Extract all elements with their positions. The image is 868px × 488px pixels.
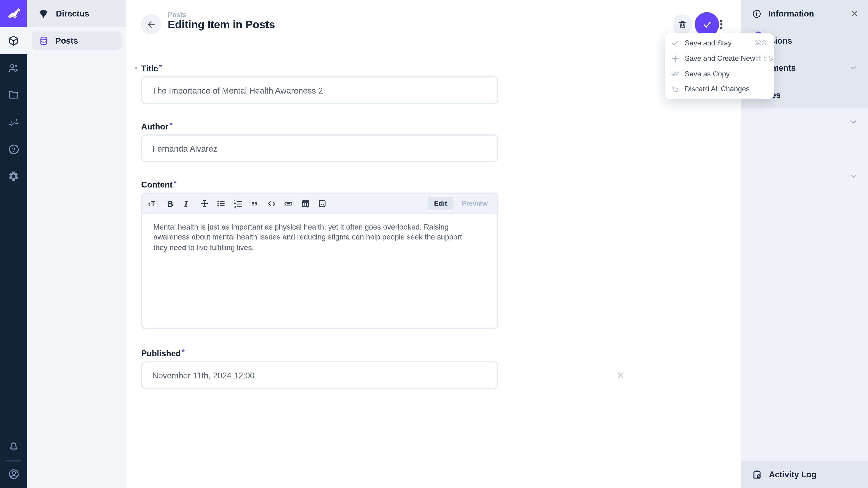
page-title: Editing Item in Posts [168,18,275,31]
clear-date-icon[interactable] [616,371,733,380]
directus-app: ? [0,0,868,488]
italic-icon[interactable]: I [182,198,192,208]
required-marker: * [169,121,172,129]
database-icon [39,36,49,46]
table-icon[interactable] [301,198,310,208]
project-bar[interactable]: Directus [27,0,126,27]
insights-icon [7,116,20,128]
svg-text:3: 3 [234,205,236,208]
back-button[interactable] [141,14,161,34]
module-user-directory[interactable] [0,54,27,81]
edited-indicator-dot [135,67,137,69]
content-textarea[interactable]: Mental health is just as important as ph… [142,214,497,253]
project-fan-icon [38,8,49,19]
svg-text:t: t [148,201,150,207]
trash-icon [678,20,688,29]
published-input[interactable] [141,361,498,389]
svg-text:T: T [151,200,155,207]
title-input[interactable] [141,76,498,104]
module-settings[interactable] [0,163,27,190]
nav-item-posts[interactable]: Posts [32,32,122,50]
module-content[interactable] [0,27,27,54]
author-field-label: Author* [141,121,172,131]
editor-tabs: Edit Preview [428,197,494,210]
bell-icon [8,441,19,453]
sidebar-title: Information [768,9,814,18]
required-marker: * [182,348,184,356]
save-button[interactable] [694,12,719,37]
folder-icon [8,89,19,101]
main-content: Posts Editing Item in Posts Title* Autho… [126,0,741,488]
close-sidebar-icon[interactable] [850,9,859,18]
required-marker: * [159,63,162,71]
link-icon[interactable] [283,198,293,208]
users-icon [7,62,20,74]
activity-log-button[interactable]: Activity Log [741,461,868,488]
menu-item-save-and-create-new[interactable]: Save and Create New ⌘⇧S [665,51,774,66]
check-icon [701,19,713,30]
editor-toolbar: tT B I 123 Edit Preview [142,194,497,214]
module-insights[interactable] [0,108,27,135]
gear-icon [8,170,19,182]
project-name: Directus [56,9,89,18]
cube-icon [8,35,19,46]
blockquote-icon[interactable] [250,198,259,208]
module-bar: ? [0,0,27,488]
shortcut-hint: ⌘⇧S [755,54,773,63]
rabbit-logo-icon [6,6,21,21]
title-field-label: Title* [141,63,162,73]
svg-text:B: B [167,199,173,208]
module-file-library[interactable] [0,81,27,108]
required-marker: * [174,179,176,187]
info-icon [752,8,762,19]
content-field-label: Content* [141,179,176,189]
module-documentation[interactable]: ? [0,135,27,163]
activity-log-label: Activity Log [769,470,816,479]
nav-item-label: Posts [55,36,78,45]
arrow-left-icon [146,19,156,30]
code-icon[interactable] [267,198,276,208]
delete-button[interactable] [673,14,692,34]
chevron-down-icon [848,117,858,127]
activity-log-icon [752,469,763,480]
author-input[interactable] [141,134,498,162]
check-icon [671,39,680,47]
bold-icon[interactable]: B [165,198,175,208]
double-check-icon [671,69,680,78]
strikethrough-icon[interactable] [199,198,209,208]
menu-item-save-and-stay[interactable]: Save and Stay ⌘S [665,35,774,51]
sidebar-header: Information [741,0,868,27]
notifications-button[interactable] [0,433,27,460]
account-button[interactable] [0,460,27,488]
tab-edit[interactable]: Edit [428,197,453,210]
image-icon[interactable] [317,198,327,208]
markdown-editor: tT B I 123 Edit Preview Mental health is… [141,193,498,329]
svg-text:I: I [184,199,188,208]
svg-text:?: ? [12,146,16,153]
breadcrumb[interactable]: Posts [168,11,186,19]
menu-item-discard-all-changes[interactable]: Discard All Changes [665,81,774,97]
published-field-label: Published* [141,348,184,358]
directus-logo[interactable] [0,0,27,27]
navigation-panel: Directus Posts [27,0,126,488]
plus-icon [671,54,680,63]
chevron-down-icon [848,171,858,181]
bullet-list-icon[interactable] [216,198,226,208]
save-options-menu: Save and Stay ⌘S Save and Create New ⌘⇧S… [665,33,774,99]
undo-icon [671,85,680,93]
heading-icon[interactable]: tT [148,198,158,208]
help-icon: ? [7,143,20,155]
avatar-icon [7,468,20,480]
more-options-button[interactable] [716,18,727,31]
numbered-list-icon[interactable]: 123 [233,198,243,208]
tab-preview[interactable]: Preview [456,197,494,210]
menu-item-save-as-copy[interactable]: Save as Copy [665,66,774,81]
shortcut-hint: ⌘S [754,39,767,47]
vertical-dots-icon [716,18,727,31]
